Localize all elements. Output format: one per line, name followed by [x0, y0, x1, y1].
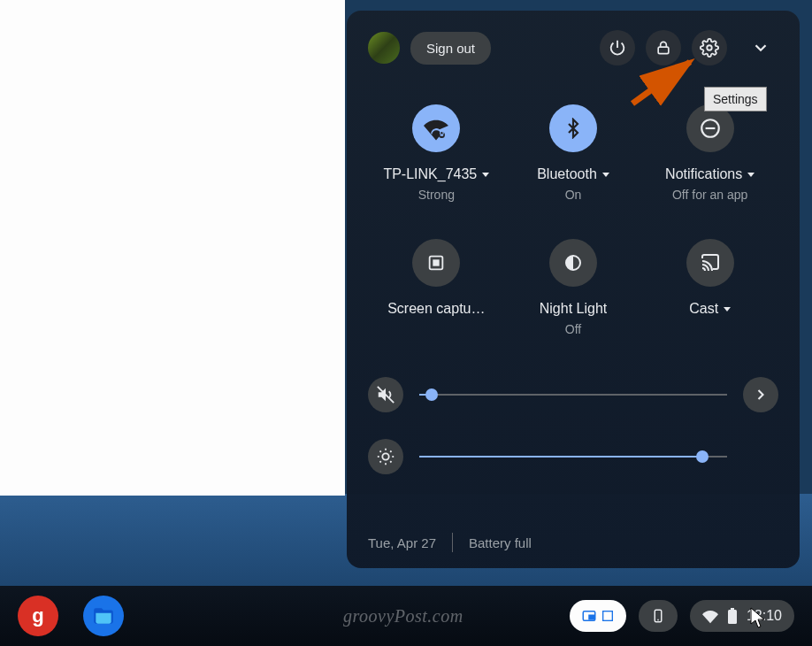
- tile-sublabel: Off for an app: [672, 188, 747, 202]
- power-icon: [608, 38, 627, 58]
- svg-line-13: [390, 461, 391, 462]
- tile-night-light[interactable]: Night Light Off: [507, 239, 640, 336]
- chevron-right-icon: [752, 386, 770, 404]
- phone-icon: [650, 608, 666, 624]
- svg-rect-24: [728, 610, 737, 624]
- tile-label: TP-LINK_7435: [383, 166, 489, 182]
- svg-rect-3: [440, 134, 444, 135]
- tile-label: Night Light: [540, 301, 608, 317]
- tile-label: Bluetooth: [537, 166, 609, 182]
- battery-icon: [727, 608, 738, 624]
- sign-out-button[interactable]: Sign out: [410, 32, 491, 65]
- night-light-icon: [563, 252, 584, 273]
- svg-line-12: [380, 451, 381, 452]
- tile-notifications[interactable]: Notifications Off for an app: [644, 104, 777, 202]
- audio-settings-button[interactable]: [743, 377, 778, 412]
- tile-label: Screen captu…: [387, 301, 485, 317]
- settings-tooltip: Settings: [704, 87, 767, 112]
- bluetooth-toggle[interactable]: [549, 104, 597, 152]
- chevron-down-icon: [602, 173, 609, 177]
- tile-wifi[interactable]: TP-LINK_7435 Strong: [370, 104, 502, 202]
- slider-thumb[interactable]: [696, 450, 709, 463]
- gear-icon: [700, 38, 719, 58]
- tile-label: Cast: [689, 301, 731, 317]
- brightness-icon: [376, 447, 395, 466]
- quick-settings-tiles: TP-LINK_7435 Strong Bluetooth On Notific…: [368, 104, 778, 336]
- tile-label: Notifications: [665, 166, 755, 182]
- screen-capture-toggle[interactable]: [412, 239, 460, 287]
- window-behind: [0, 0, 345, 496]
- shelf-phone-hub[interactable]: [639, 600, 678, 632]
- collapse-button[interactable]: [743, 30, 778, 65]
- tile-sublabel: On: [565, 188, 582, 202]
- notifications-toggle[interactable]: [686, 104, 734, 152]
- tile-sublabel: Strong: [418, 188, 455, 202]
- chevron-down-icon: [724, 307, 731, 311]
- volume-row: [368, 377, 778, 412]
- svg-line-17: [390, 451, 391, 452]
- watermark: groovyPost.com: [343, 606, 463, 627]
- tile-bluetooth[interactable]: Bluetooth On: [507, 104, 640, 202]
- brightness-row: [368, 439, 778, 474]
- slider-thumb[interactable]: [425, 388, 438, 401]
- square-icon: [601, 609, 615, 623]
- app-icon: g: [32, 604, 43, 627]
- lock-button[interactable]: [646, 30, 681, 65]
- svg-rect-7: [434, 260, 440, 265]
- pip-icon: [581, 608, 597, 624]
- lock-icon: [655, 39, 672, 57]
- volume-slider[interactable]: [419, 394, 727, 396]
- settings-button[interactable]: [692, 30, 727, 65]
- screen-capture-icon: [426, 253, 446, 273]
- tile-screen-capture[interactable]: Screen captu…: [370, 239, 502, 336]
- avatar[interactable]: [368, 32, 400, 64]
- date-text: Tue, Apr 27: [368, 535, 436, 550]
- svg-rect-20: [589, 615, 594, 619]
- shelf-app-groovypost[interactable]: g: [18, 596, 58, 636]
- night-light-toggle[interactable]: [549, 239, 597, 287]
- volume-mute-button[interactable]: [368, 377, 403, 412]
- do-not-disturb-icon: [699, 117, 722, 140]
- wifi-icon: [702, 608, 718, 624]
- battery-text: Battery full: [469, 535, 532, 550]
- svg-rect-0: [658, 47, 669, 53]
- svg-point-1: [707, 45, 712, 50]
- panel-header: Sign out: [368, 30, 778, 65]
- chevron-down-icon: [482, 173, 489, 177]
- status-tray[interactable]: 12:10: [690, 600, 794, 632]
- files-icon: [92, 604, 115, 627]
- tile-cast[interactable]: Cast: [644, 239, 777, 336]
- clock: 12:10: [747, 608, 782, 624]
- chevron-down-icon: [747, 173, 755, 177]
- tile-sublabel: Off: [565, 322, 581, 336]
- sliders: [368, 377, 778, 480]
- panel-footer: Tue, Apr 27 Battery full: [368, 533, 778, 552]
- shelf-chip-1[interactable]: [570, 600, 626, 632]
- shelf: g groovyPost.com 12:10: [0, 586, 812, 646]
- bluetooth-icon: [563, 118, 584, 139]
- svg-rect-25: [731, 608, 734, 610]
- divider: [452, 533, 453, 552]
- power-button[interactable]: [600, 30, 635, 65]
- svg-line-16: [380, 461, 381, 462]
- shelf-app-files[interactable]: [83, 596, 124, 636]
- chevron-down-icon: [751, 38, 770, 58]
- svg-rect-21: [603, 611, 613, 621]
- cast-toggle[interactable]: [686, 239, 734, 287]
- brightness-slider[interactable]: [419, 456, 727, 458]
- svg-point-9: [382, 453, 388, 459]
- wifi-icon: [424, 116, 448, 141]
- wifi-toggle[interactable]: [412, 104, 460, 152]
- cast-icon: [700, 252, 721, 273]
- volume-mute-icon: [376, 385, 395, 404]
- brightness-button[interactable]: [368, 439, 403, 474]
